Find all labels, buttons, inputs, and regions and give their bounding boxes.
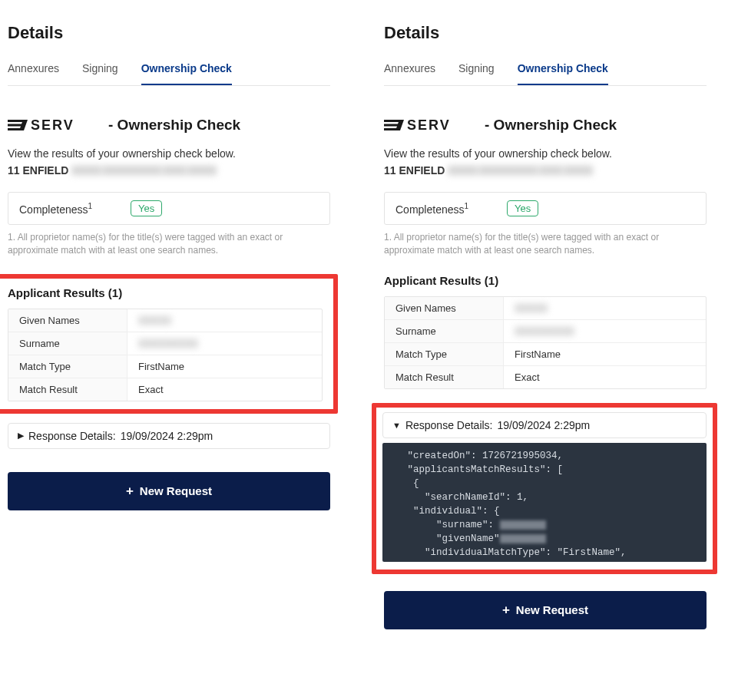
label-match-type: Match Type: [8, 355, 127, 378]
tab-signing[interactable]: Signing: [458, 62, 495, 85]
response-details-collapsed[interactable]: ▶ Response Details: 19/09/2024 2:29pm: [8, 423, 330, 449]
value-match-type: FirstName: [127, 355, 322, 378]
label-match-type: Match Type: [385, 343, 504, 365]
completeness-badge: Yes: [507, 200, 538, 216]
value-match-type: FirstName: [504, 343, 706, 365]
serv-logo-icon: SERV: [8, 117, 104, 134]
label-given-names: Given Names: [8, 309, 127, 332]
response-timestamp: 19/09/2024 2:29pm: [498, 419, 591, 431]
panel-left: Details Annexures Signing Ownership Chec…: [8, 23, 330, 629]
new-request-label: New Request: [516, 603, 588, 616]
redacted-given-name: [500, 534, 546, 543]
svg-text:SERV: SERV: [31, 117, 74, 133]
row-given-names: Given Names XXXXX: [8, 309, 322, 332]
serv-logo-icon: SERV: [384, 117, 480, 134]
plus-icon: +: [126, 484, 134, 499]
results-table: Given Names XXXXX Surname XXXXXXXXX Matc…: [384, 296, 707, 389]
row-surname: Surname XXXXXXXXX: [8, 332, 322, 355]
value-given-names: XXXXX: [504, 297, 706, 319]
new-request-label: New Request: [140, 484, 212, 497]
tab-signing[interactable]: Signing: [82, 62, 118, 85]
svg-rect-6: [384, 124, 399, 127]
label-surname: Surname: [385, 320, 504, 342]
label-match-result: Match Result: [385, 366, 504, 388]
completeness-box: Completeness1 Yes: [8, 192, 330, 225]
label-surname: Surname: [8, 332, 127, 355]
row-match-result: Match Result Exact: [385, 366, 706, 388]
tab-ownership-check[interactable]: Ownership Check: [518, 62, 608, 85]
completeness-label: Completeness1: [19, 202, 92, 216]
applicant-heading: Applicant Results (1): [384, 274, 707, 287]
highlight-response-details: ▼ Response Details: 19/09/2024 2:29pm "c…: [372, 403, 717, 574]
plus-icon: +: [502, 603, 510, 618]
address-redacted: XXXX XXXXXXXX XXX XXXX: [71, 165, 217, 176]
value-match-result: Exact: [127, 378, 322, 401]
completeness-box: Completeness1 Yes: [384, 192, 707, 225]
completeness-footnote: 1. All proprietor name(s) for the title(…: [8, 231, 330, 257]
address-prefix: 11 ENFIELD: [8, 164, 68, 177]
row-given-names: Given Names XXXXX: [385, 297, 706, 320]
row-match-result: Match Result Exact: [8, 378, 322, 401]
address-line: 11 ENFIELD XXXX XXXXXXXX XXX XXXX: [384, 164, 707, 177]
json-response-code[interactable]: "createdOn": 1726721995034, "applicantsM…: [382, 443, 707, 562]
value-given-names: XXXXX: [127, 309, 322, 332]
section-header: SERV - Ownership Check: [384, 117, 707, 134]
applicant-heading: Applicant Results (1): [8, 286, 323, 299]
svg-rect-0: [8, 120, 23, 122]
completeness-badge: Yes: [131, 200, 162, 216]
address-line: 11 ENFIELD XXXX XXXXXXXX XXX XXXX: [8, 164, 330, 177]
tabs: Annexures Signing Ownership Check: [8, 62, 330, 86]
value-surname: XXXXXXXXX: [127, 332, 322, 355]
redacted-surname: [500, 520, 546, 530]
tab-ownership-check[interactable]: Ownership Check: [141, 62, 232, 85]
completeness-footnote: 1. All proprietor name(s) for the title(…: [384, 231, 707, 257]
section-header: SERV - Ownership Check: [8, 117, 330, 134]
disclosure-right-icon: ▶: [18, 431, 24, 441]
section-title: - Ownership Check: [108, 117, 240, 134]
response-label: Response Details:: [405, 419, 493, 431]
section-title: - Ownership Check: [485, 117, 617, 134]
svg-text:SERV: SERV: [407, 117, 451, 133]
label-given-names: Given Names: [385, 297, 504, 319]
row-surname: Surname XXXXXXXXX: [385, 320, 706, 343]
details-heading: Details: [8, 23, 330, 43]
completeness-label: Completeness1: [395, 202, 468, 216]
label-match-result: Match Result: [8, 378, 127, 401]
svg-rect-5: [384, 120, 399, 122]
highlight-applicant-results: Applicant Results (1) Given Names XXXXX …: [0, 274, 338, 414]
tab-annexures[interactable]: Annexures: [384, 62, 435, 85]
address-redacted: XXXX XXXXXXXX XXX XXXX: [448, 165, 593, 176]
new-request-button[interactable]: + New Request: [384, 591, 707, 629]
response-label: Response Details:: [28, 430, 116, 442]
response-details-expanded[interactable]: ▼ Response Details: 19/09/2024 2:29pm: [382, 412, 707, 438]
value-match-result: Exact: [504, 366, 706, 388]
address-prefix: 11 ENFIELD: [384, 164, 445, 177]
tab-annexures[interactable]: Annexures: [8, 62, 59, 85]
section-description: View the results of your ownership check…: [384, 147, 707, 160]
section-description: View the results of your ownership check…: [8, 147, 330, 160]
results-table: Given Names XXXXX Surname XXXXXXXXX Matc…: [8, 309, 323, 401]
row-match-type: Match Type FirstName: [385, 343, 706, 366]
tabs: Annexures Signing Ownership Check: [384, 62, 707, 86]
panel-right: Details Annexures Signing Ownership Chec…: [384, 23, 707, 629]
response-timestamp: 19/09/2024 2:29pm: [121, 430, 213, 442]
disclosure-down-icon: ▼: [392, 421, 401, 430]
value-surname: XXXXXXXXX: [504, 320, 706, 342]
details-heading: Details: [384, 23, 707, 43]
new-request-button[interactable]: + New Request: [8, 472, 330, 510]
svg-rect-1: [8, 124, 23, 127]
row-match-type: Match Type FirstName: [8, 355, 322, 378]
